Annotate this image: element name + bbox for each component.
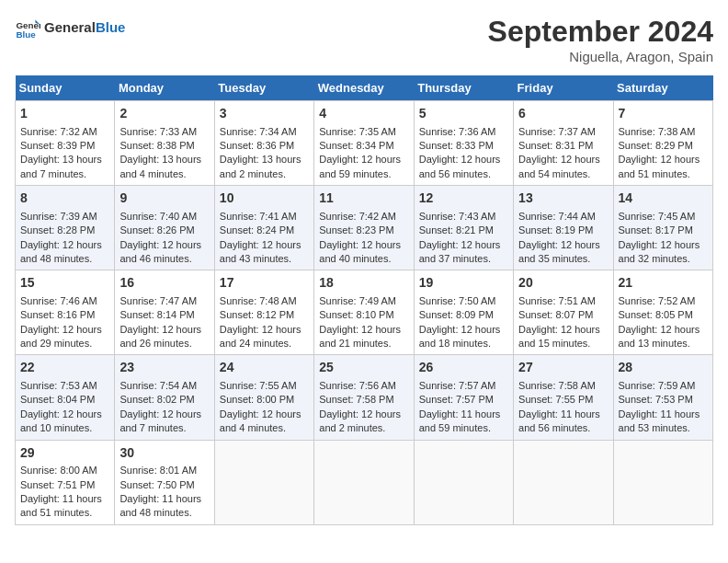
daylight-text: Daylight: 13 hours and 7 minutes.	[20, 153, 109, 181]
page-header: General Blue GeneralBlue September 2024 …	[15, 15, 713, 64]
sunrise-text: Sunrise: 7:36 AM	[419, 125, 508, 139]
header-friday: Friday	[514, 75, 613, 101]
logo-icon: General Blue	[15, 15, 40, 40]
day-number: 7	[619, 105, 708, 123]
logo-blue: Blue	[96, 19, 126, 35]
day-number: 18	[319, 274, 408, 293]
header-monday: Monday	[115, 75, 214, 101]
sunrise-text: Sunrise: 7:54 AM	[119, 379, 209, 393]
calendar-table: SundayMondayTuesdayWednesdayThursdayFrid…	[15, 75, 713, 525]
calendar-cell: 6Sunrise: 7:37 AMSunset: 8:31 PMDaylight…	[514, 101, 613, 186]
calendar-cell: 15Sunrise: 7:46 AMSunset: 8:16 PMDayligh…	[16, 270, 115, 355]
logo: General Blue GeneralBlue	[15, 15, 125, 40]
daylight-text: Daylight: 12 hours and 15 minutes.	[518, 323, 608, 351]
daylight-text: Daylight: 12 hours and 21 minutes.	[319, 323, 408, 351]
calendar-cell: 25Sunrise: 7:56 AMSunset: 7:58 PMDayligh…	[314, 355, 414, 440]
calendar-cell: 12Sunrise: 7:43 AMSunset: 8:21 PMDayligh…	[414, 186, 513, 270]
day-number: 30	[119, 444, 209, 463]
calendar-cell: 1Sunrise: 7:32 AMSunset: 8:39 PMDaylight…	[16, 101, 115, 186]
sunset-text: Sunset: 8:36 PM	[220, 139, 309, 153]
sunrise-text: Sunrise: 7:41 AM	[220, 210, 309, 224]
day-number: 14	[619, 190, 708, 208]
calendar-cell: 17Sunrise: 7:48 AMSunset: 8:12 PMDayligh…	[214, 270, 313, 355]
sunrise-text: Sunrise: 7:59 AM	[619, 379, 708, 393]
week-row-1: 1Sunrise: 7:32 AMSunset: 8:39 PMDaylight…	[16, 101, 713, 186]
sunset-text: Sunset: 8:07 PM	[518, 308, 608, 322]
header-tuesday: Tuesday	[214, 75, 313, 101]
sunset-text: Sunset: 8:26 PM	[119, 224, 209, 237]
sunrise-text: Sunrise: 7:42 AM	[319, 210, 408, 224]
calendar-cell: 27Sunrise: 7:58 AMSunset: 7:55 PMDayligh…	[514, 355, 613, 440]
calendar-cell: 21Sunrise: 7:52 AMSunset: 8:05 PMDayligh…	[613, 270, 712, 355]
sunset-text: Sunset: 8:00 PM	[220, 393, 309, 407]
calendar-cell: 4Sunrise: 7:35 AMSunset: 8:34 PMDaylight…	[314, 101, 414, 186]
week-row-5: 29Sunrise: 8:00 AMSunset: 7:51 PMDayligh…	[16, 440, 713, 524]
sunrise-text: Sunrise: 7:37 AM	[518, 125, 608, 139]
daylight-text: Daylight: 12 hours and 46 minutes.	[119, 238, 209, 267]
calendar-body: 1Sunrise: 7:32 AMSunset: 8:39 PMDaylight…	[16, 101, 713, 525]
day-number: 23	[119, 359, 209, 377]
calendar-cell: 30Sunrise: 8:01 AMSunset: 7:50 PMDayligh…	[115, 440, 214, 524]
daylight-text: Daylight: 11 hours and 53 minutes.	[619, 408, 708, 436]
sunset-text: Sunset: 8:02 PM	[119, 393, 209, 407]
sunrise-text: Sunrise: 7:55 AM	[220, 379, 309, 393]
calendar-cell	[214, 440, 313, 524]
daylight-text: Daylight: 12 hours and 32 minutes.	[619, 238, 708, 267]
sunrise-text: Sunrise: 7:47 AM	[119, 294, 209, 308]
week-row-2: 8Sunrise: 7:39 AMSunset: 8:28 PMDaylight…	[16, 186, 713, 270]
sunset-text: Sunset: 8:31 PM	[518, 139, 608, 153]
header-thursday: Thursday	[414, 75, 513, 101]
day-number: 11	[319, 190, 408, 208]
day-number: 6	[518, 105, 608, 123]
sunrise-text: Sunrise: 7:38 AM	[619, 125, 708, 139]
daylight-text: Daylight: 12 hours and 40 minutes.	[319, 238, 408, 267]
month-title: September 2024	[488, 15, 713, 49]
daylight-text: Daylight: 12 hours and 51 minutes.	[619, 153, 708, 181]
calendar-cell	[414, 440, 513, 524]
calendar-cell: 22Sunrise: 7:53 AMSunset: 8:04 PMDayligh…	[16, 355, 115, 440]
sunrise-text: Sunrise: 7:56 AM	[319, 379, 408, 393]
day-number: 1	[20, 105, 109, 123]
day-number: 17	[220, 274, 309, 293]
sunrise-text: Sunrise: 7:35 AM	[319, 125, 408, 139]
day-number: 5	[419, 105, 508, 123]
header-saturday: Saturday	[613, 75, 712, 101]
calendar-cell	[314, 440, 414, 524]
day-number: 10	[220, 190, 309, 208]
sunrise-text: Sunrise: 7:40 AM	[119, 210, 209, 224]
daylight-text: Daylight: 11 hours and 56 minutes.	[518, 408, 608, 436]
daylight-text: Daylight: 12 hours and 43 minutes.	[220, 238, 309, 267]
daylight-text: Daylight: 12 hours and 54 minutes.	[518, 153, 608, 181]
sunrise-text: Sunrise: 7:48 AM	[220, 294, 309, 308]
sunrise-text: Sunrise: 7:53 AM	[20, 379, 109, 393]
calendar-cell	[613, 440, 712, 524]
header-wednesday: Wednesday	[314, 75, 414, 101]
daylight-text: Daylight: 13 hours and 2 minutes.	[220, 153, 309, 181]
sunrise-text: Sunrise: 7:44 AM	[518, 210, 608, 224]
sunset-text: Sunset: 8:10 PM	[319, 308, 408, 322]
day-number: 25	[319, 359, 408, 377]
calendar-cell: 11Sunrise: 7:42 AMSunset: 8:23 PMDayligh…	[314, 186, 414, 270]
day-number: 13	[518, 190, 608, 208]
sunrise-text: Sunrise: 7:57 AM	[419, 379, 508, 393]
calendar-cell: 13Sunrise: 7:44 AMSunset: 8:19 PMDayligh…	[514, 186, 613, 270]
calendar-cell: 14Sunrise: 7:45 AMSunset: 8:17 PMDayligh…	[613, 186, 712, 270]
sunset-text: Sunset: 8:19 PM	[518, 224, 608, 237]
calendar-cell: 18Sunrise: 7:49 AMSunset: 8:10 PMDayligh…	[314, 270, 414, 355]
daylight-text: Daylight: 12 hours and 2 minutes.	[319, 408, 408, 436]
daylight-text: Daylight: 12 hours and 7 minutes.	[119, 408, 209, 436]
day-number: 3	[220, 105, 309, 123]
sunset-text: Sunset: 8:38 PM	[119, 139, 209, 153]
sunrise-text: Sunrise: 7:43 AM	[419, 210, 508, 224]
sunrise-text: Sunrise: 7:51 AM	[518, 294, 608, 308]
day-number: 19	[419, 274, 508, 293]
sunset-text: Sunset: 8:17 PM	[619, 224, 708, 237]
daylight-text: Daylight: 12 hours and 13 minutes.	[619, 323, 708, 351]
location: Niguella, Aragon, Spain	[488, 49, 713, 64]
daylight-text: Daylight: 12 hours and 56 minutes.	[419, 153, 508, 181]
sunset-text: Sunset: 8:34 PM	[319, 139, 408, 153]
daylight-text: Daylight: 12 hours and 37 minutes.	[419, 238, 508, 267]
sunset-text: Sunset: 8:16 PM	[20, 308, 109, 322]
daylight-text: Daylight: 12 hours and 4 minutes.	[220, 408, 309, 436]
sunrise-text: Sunrise: 7:34 AM	[220, 125, 309, 139]
